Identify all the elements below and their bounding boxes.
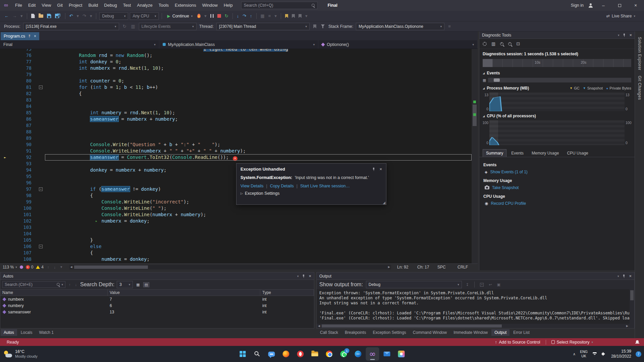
code-line-86[interactable]: 86 sameanswer = numberx + numbery; [0,116,472,122]
code-line-92[interactable]: ►92 sameanswer = Convert.ToInt32(Console… [0,154,472,161]
scroll-left-icon[interactable]: ◀ [70,265,72,268]
code-line-95[interactable]: 95 [0,173,472,180]
thread-dropdown[interactable]: [23076] Main Thread▾ [216,23,310,30]
tab-autos[interactable]: Autos [1,329,17,336]
open-file-icon[interactable] [38,14,44,18]
error-count[interactable]: ×0 [26,265,34,269]
messages-filter-icon[interactable]: ▾ [59,265,63,269]
column-header-value[interactable]: Value [108,290,260,296]
quick-search-box[interactable]: Search (Ctrl+Q) [241,2,318,9]
copy-details-link[interactable]: Copy Details [270,184,294,188]
git-changes-tab[interactable]: Git Changes [637,76,642,100]
menu-help[interactable]: Help [221,0,236,11]
toggle-output-pane-icon[interactable]: ▣ [496,283,501,287]
menu-file[interactable]: File [12,0,25,11]
photos-taskbar-button[interactable] [395,347,408,361]
lifecycle-events-dropdown[interactable]: Lifecycle Events▾ [139,23,197,30]
diagnostics-settings-icon[interactable] [483,42,487,46]
window-position-icon[interactable]: ▾ [618,34,620,37]
output-vertical-scrollbar[interactable] [630,289,634,328]
window-position-icon[interactable]: ▾ [618,275,619,278]
zoom-out-icon[interactable] [508,42,512,46]
show-events-link[interactable]: ◈ Show Events (1 of 1) [483,170,631,174]
close-panel-icon[interactable]: × [629,33,632,38]
column-header-name[interactable]: Name [0,290,108,296]
firefox-taskbar-button[interactable] [279,347,293,361]
navigate-forward-icon[interactable]: → [11,13,18,18]
edge-taskbar-button[interactable] [352,347,365,361]
language-indicator[interactable]: ENGUK [580,350,588,358]
code-line-93[interactable]: 93 [0,161,472,167]
code-line-102[interactable]: 102▸ numberx = donkey; [0,218,472,224]
memory-section-header[interactable]: ◢ Process Memory (MB) ▼GC ▼Snapshot ●Pri… [479,83,635,92]
hscroll-thumb[interactable] [322,324,502,327]
search-depth-dropdown[interactable]: 3▾ [117,281,133,288]
chat-taskbar-button[interactable] [265,347,278,361]
code-line-101[interactable]: 101 Console.WriteLine(numberx + numbery)… [0,212,472,218]
menu-test[interactable]: Test [120,0,134,11]
tab-watch-1[interactable]: Watch 1 [36,329,57,336]
column-header-type[interactable]: Type [260,290,314,296]
menu-build[interactable]: Build [85,0,101,11]
pin-panel-icon[interactable] [622,274,626,278]
code-line-109[interactable]: 109 Console.WriteLine("Correct"); [0,262,472,263]
refresh-process-icon[interactable]: ↻ [122,24,127,29]
timeline-ruler[interactable]: 10s 20s [483,59,631,67]
exception-settings-expander[interactable]: ▷ Exception Settings [240,191,382,196]
menu-extensions[interactable]: Extensions [172,0,199,11]
step-into-icon[interactable]: ↓ [236,13,240,18]
cpu-section-header[interactable]: ◢ CPU (% of all processors) [479,111,635,120]
code-line-96[interactable]: 96 [0,180,472,186]
sign-in-button[interactable]: Sign in [571,3,584,8]
tab-output[interactable]: Output [491,329,509,336]
code-line-107[interactable]: 107 { [0,250,472,256]
code-line-104[interactable]: 104 [0,231,472,237]
scroll-right-icon[interactable]: ▶ [626,324,628,327]
code-line-80[interactable]: 80 int counter = 0; [0,78,472,84]
unhandled-exception-icon[interactable]: × [233,156,237,161]
tab-immediate-window[interactable]: Immediate Window [450,329,491,336]
warning-count[interactable]: 4 [36,265,44,269]
spaces-indicator[interactable]: SPC [437,265,455,269]
code-line-79[interactable]: 79 [0,71,472,78]
code-line-91[interactable]: 91 Console.WriteLine(numberx + " " + "+"… [0,148,472,154]
code-line-76[interactable]: 76 Random rnd = new Random(); [0,52,472,59]
scroll-right-icon[interactable]: ▶ [388,265,390,268]
maximize-button[interactable] [614,3,625,8]
close-popup-icon[interactable]: × [379,167,382,172]
step-out-icon[interactable]: ↑ [249,13,253,18]
start-live-share-session-link[interactable]: Start Live Share session… [300,184,350,188]
class-dropdown[interactable]: MyApplication.MainClass▾ [159,40,319,49]
tab-breakpoints[interactable]: Breakpoints [342,329,369,336]
events-section-header[interactable]: ◢ Events [479,68,635,77]
reset-view-icon[interactable]: ⊡ [516,41,520,46]
opera-taskbar-button[interactable] [294,347,307,361]
volume-icon[interactable] [602,352,607,356]
more-commands-icon[interactable]: ▾ [273,13,278,18]
navigate-back-icon[interactable]: ← [3,13,10,18]
minimize-button[interactable]: – [598,3,609,8]
event-marker[interactable] [494,78,500,82]
chrome-taskbar-button[interactable] [323,347,336,361]
diag-tab-cpu-usage[interactable]: CPU Usage [564,149,591,157]
undo-icon[interactable]: ↶ [68,13,74,18]
file-explorer-taskbar-button[interactable] [308,347,322,361]
close-button[interactable]: × [630,3,641,8]
menu-tools[interactable]: Tools [156,0,172,11]
windows-start-taskbar-button[interactable] [236,347,250,361]
redo-dropdown-icon[interactable]: ▾ [89,13,93,18]
word-wrap-icon[interactable]: ↩ [488,283,493,287]
next-bookmark-icon[interactable] [298,14,303,18]
solution-platform-dropdown[interactable]: Any CPU▾ [130,12,159,20]
next-issue-icon[interactable]: ↓ [53,265,57,269]
menu-window[interactable]: Window [199,0,221,11]
solution-explorer-tab[interactable]: Solution Explorer [637,37,642,70]
notification-count-badge[interactable]: 7 [636,351,641,357]
diag-tab-memory-usage[interactable]: Memory Usage [528,149,562,157]
tab-call-stack[interactable]: Call Stack [317,329,341,336]
member-dropdown[interactable]: Optionone()▾ [318,40,478,49]
code-line-88[interactable]: 88 [0,129,472,135]
save-all-icon[interactable] [54,14,62,18]
menu-git[interactable]: Git [54,0,66,11]
restart-icon[interactable]: ↻ [224,13,229,18]
